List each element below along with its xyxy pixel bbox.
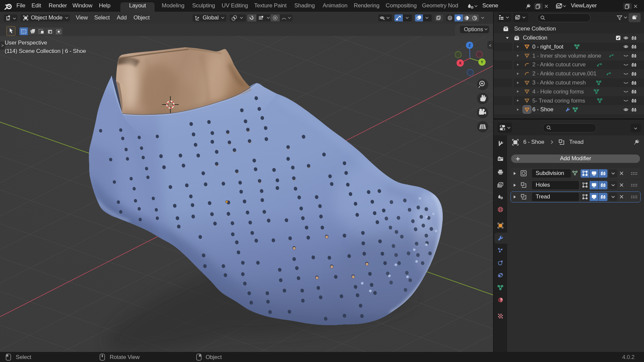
svg-text:Y: Y: [481, 60, 483, 64]
svg-text:Z: Z: [469, 43, 471, 47]
svg-text:>: >: [1, 43, 4, 48]
svg-text:<: <: [489, 43, 491, 48]
svg-text:X: X: [459, 61, 462, 65]
